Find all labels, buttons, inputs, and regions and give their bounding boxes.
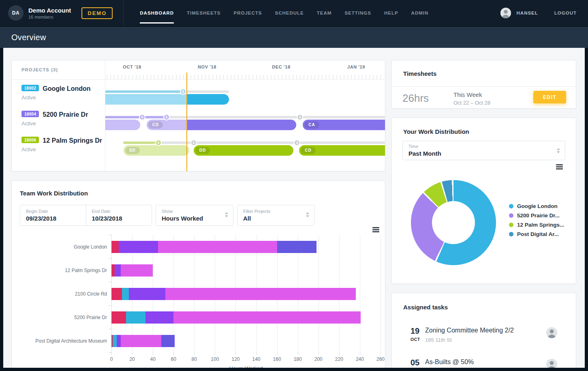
nav-item-projects[interactable]: PROJECTS — [227, 0, 269, 26]
legend-label: 5200 Prairie Dr... — [517, 212, 560, 219]
fee-milestone-marker[interactable]: $ — [139, 114, 145, 120]
fee-milestone-marker[interactable]: $ — [180, 88, 186, 95]
time-select-label: Time — [408, 144, 559, 149]
filter-projects-select[interactable]: Filter Projects All — [237, 205, 314, 226]
project-name[interactable]: Google London — [43, 85, 90, 92]
fee-milestone-marker[interactable]: $ — [163, 114, 170, 120]
bar-segment[interactable] — [126, 311, 146, 324]
category-label: 12 Palm Springs Dr — [20, 264, 107, 277]
bar-segment[interactable] — [113, 335, 117, 347]
project-id-badge: 18002 — [21, 85, 39, 91]
timesheets-panel: Timesheets 26hrs This Week Oct 22 – Oct … — [391, 60, 576, 109]
time-select-value: Past Month — [408, 150, 559, 157]
page-subheader: Overview — [0, 27, 588, 48]
bar-segment[interactable] — [111, 311, 126, 324]
bar-segment[interactable] — [121, 335, 161, 347]
project-info: 1800612 Palm Springs DrActive — [21, 137, 103, 152]
show-value: Hours Worked — [162, 215, 227, 222]
x-axis-title: Hours Worked — [229, 365, 263, 368]
legend-item[interactable]: 5200 Prairie Dr... — [509, 211, 564, 220]
account-members: 16 members — [28, 15, 71, 19]
bar-segment[interactable] — [111, 241, 119, 253]
gantt-month-label: DEC '18 — [272, 64, 290, 69]
bar-segment[interactable] — [165, 288, 356, 300]
team-panel-title: Team Work Distribution — [20, 190, 377, 197]
x-tick-mark — [111, 352, 112, 355]
nav-item-schedule[interactable]: SCHEDULE — [269, 0, 310, 26]
chart-menu-icon[interactable] — [556, 164, 563, 170]
show-select[interactable]: Show Hours Worked — [156, 205, 233, 226]
fee-milestone-marker[interactable]: $ — [155, 139, 162, 146]
x-tick-mark — [173, 352, 174, 355]
today-marker-line — [186, 73, 187, 171]
work-distribution-donut[interactable] — [411, 180, 496, 265]
bar-segment[interactable] — [121, 264, 153, 277]
x-tick-label: 0 — [110, 356, 113, 362]
nav-item-team[interactable]: TEAM — [310, 0, 338, 26]
project-name[interactable]: 12 Palm Springs Dr — [43, 137, 102, 144]
x-tick-mark — [215, 352, 215, 355]
project-name-line: 180045200 Prairie Dr — [21, 111, 103, 118]
assignee-avatar[interactable] — [546, 359, 557, 368]
nav-item-settings[interactable]: SETTINGS — [338, 0, 378, 26]
account-info: Demo Account 16 members — [28, 7, 71, 19]
project-name-line: 1800612 Palm Springs Dr — [21, 137, 103, 144]
phase-bar-cd[interactable]: CD — [299, 145, 385, 156]
team-filters: Begin Date 09/23/2018 End Date 10/23/201… — [20, 205, 377, 226]
bar-segment[interactable] — [173, 311, 361, 324]
legend-label: Post Digital Ar... — [517, 231, 559, 237]
begin-date-label: Begin Date — [26, 209, 80, 214]
bar-segment[interactable] — [117, 335, 121, 347]
gantt-header: PROJECTS (3) OCT '18NOV '18DEC '18JAN '1… — [12, 60, 385, 80]
date-range-group: Begin Date 09/23/2018 End Date 10/23/201… — [20, 205, 152, 226]
timesheet-hours: 26hrs — [402, 92, 429, 105]
phase-bar-sd[interactable]: SD — [124, 145, 189, 156]
bar-segment[interactable] — [119, 241, 158, 253]
fee-milestone-marker[interactable]: $ — [190, 139, 197, 146]
bar-segment[interactable] — [111, 264, 115, 277]
edit-timesheet-button[interactable]: EDIT — [533, 91, 566, 103]
fee-milestone-marker[interactable]: $ — [294, 139, 300, 146]
assignee-avatar[interactable] — [546, 327, 557, 338]
end-date-field[interactable]: End Date 10/23/2018 — [86, 205, 152, 225]
x-tick-mark — [277, 352, 278, 355]
project-name[interactable]: 5200 Prairie Dr — [43, 111, 88, 118]
bar-segment[interactable] — [111, 288, 122, 300]
legend-item[interactable]: 12 Palm Springs... — [509, 220, 564, 229]
user-avatar[interactable] — [500, 8, 511, 18]
bar-segment[interactable] — [129, 288, 165, 300]
nav-item-timesheets[interactable]: TIMESHEETS — [180, 0, 227, 26]
phase-label: CD — [301, 147, 315, 154]
x-tick-label: 80 — [192, 356, 197, 362]
bar-segment[interactable] — [145, 311, 173, 324]
time-select[interactable]: Time Past Month — [402, 141, 565, 160]
bar-segment[interactable] — [115, 264, 121, 277]
task-item[interactable]: 19OCTZoning Committee Meeting 2/2165 11t… — [392, 326, 576, 351]
account-block[interactable]: DA Demo Account 16 members DEMO — [8, 0, 124, 26]
x-tick-mark — [381, 352, 381, 355]
bar-segment[interactable] — [158, 241, 277, 253]
project-status: Active — [21, 120, 103, 127]
nav-item-admin[interactable]: ADMIN — [405, 0, 435, 26]
nav-item-dashboard[interactable]: DASHBOARD — [133, 0, 180, 26]
account-avatar[interactable]: DA — [8, 5, 24, 21]
task-title: As-Builts @ 50% — [425, 358, 474, 366]
work-distribution-title: Your Work Distribution — [403, 128, 469, 135]
bar-segment[interactable] — [122, 288, 129, 300]
x-tick-mark — [132, 352, 133, 355]
legend-item[interactable]: Post Digital Ar... — [509, 229, 564, 239]
y-tick-mark — [109, 329, 111, 329]
x-tick-mark — [339, 352, 340, 355]
chart-menu-icon[interactable] — [372, 227, 379, 233]
user-name[interactable]: HANSEL — [517, 11, 538, 15]
bar-segment[interactable] — [277, 241, 316, 253]
y-tick-mark — [109, 352, 111, 353]
bar-segment[interactable] — [161, 335, 175, 347]
logout-button[interactable]: LOGOUT — [554, 11, 577, 15]
task-item[interactable]: 05NOVAs-Builts @ 50%165 11th St — [392, 358, 576, 368]
project-id-badge: 18006 — [21, 137, 39, 143]
begin-date-field[interactable]: Begin Date 09/23/2018 — [20, 205, 86, 225]
phase-bar-dd[interactable]: DD — [194, 145, 294, 156]
nav-item-help[interactable]: HELP — [378, 0, 405, 26]
legend-item[interactable]: Google London — [509, 202, 564, 211]
